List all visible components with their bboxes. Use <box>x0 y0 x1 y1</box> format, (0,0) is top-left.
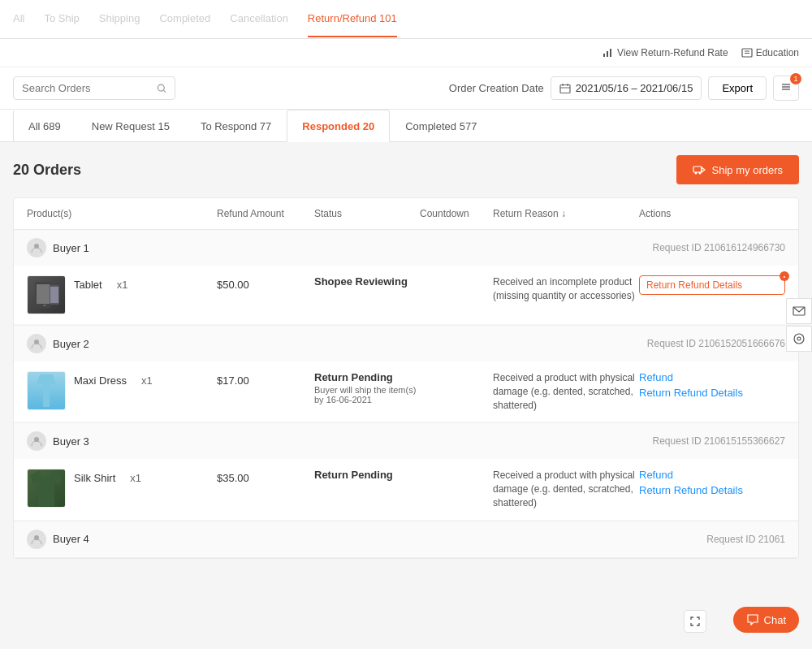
calendar-icon <box>559 83 571 94</box>
col-countdown: Countdown <box>420 208 493 219</box>
nav-item-shipping[interactable]: Shipping <box>99 1 140 37</box>
settings-float-icon[interactable] <box>786 326 812 352</box>
search-input[interactable] <box>22 82 150 94</box>
orders-header: 20 Orders Ship my orders <box>13 155 799 184</box>
buyer-3-info: Buyer 3 <box>27 431 89 451</box>
tab-completed[interactable]: Completed 577 <box>390 110 492 142</box>
action-dot-1: • <box>780 271 789 281</box>
product-name-3: Silk Shirt <box>74 469 115 484</box>
svg-point-6 <box>158 84 164 91</box>
buyer-2-name: Buyer 2 <box>53 338 89 350</box>
user-icon-3 <box>31 435 42 447</box>
col-status: Status <box>314 208 420 219</box>
filter-tabs: All 689 New Request 15 To Respond 77 Res… <box>0 110 812 142</box>
product-image-dress <box>27 371 66 410</box>
refund-amount-1: $50.00 <box>217 275 314 291</box>
svg-rect-8 <box>560 84 570 93</box>
dress-svg <box>33 371 59 410</box>
status-cell-2: Return Pending Buyer will ship the item(… <box>314 371 420 405</box>
return-refund-details-link-2[interactable]: Return Refund Details <box>639 387 785 399</box>
svg-rect-2 <box>610 49 611 57</box>
education-link[interactable]: Education <box>741 47 799 58</box>
svg-rect-22 <box>43 305 46 306</box>
orders-count-title: 20 Orders <box>13 162 81 179</box>
buyer-4-info: Buyer 4 <box>27 530 89 549</box>
return-refund-details-link-3[interactable]: Return Refund Details <box>639 484 785 496</box>
toolbar: View Return-Refund Rate Education <box>0 39 812 67</box>
buyer-row-3: Buyer 3 Request ID 210615155366627 Silk … <box>14 423 798 521</box>
svg-point-32 <box>797 337 801 340</box>
date-value: 2021/05/16 – 2021/06/15 <box>576 82 693 94</box>
buyer-2-request-id: Request ID 2106152051666676 <box>647 338 785 349</box>
status-text-1: Shopee Reviewing <box>314 275 420 288</box>
svg-rect-15 <box>693 167 702 172</box>
svg-marker-28 <box>30 470 63 506</box>
floating-sidebar <box>786 298 812 352</box>
tab-new-request[interactable]: New Request 15 <box>76 110 185 142</box>
product-cell-3: Silk Shirt x1 <box>27 469 217 508</box>
col-actions: Actions <box>639 208 785 219</box>
buyer-2-info: Buyer 2 <box>27 334 89 353</box>
date-label: Order Creation Date <box>449 82 544 94</box>
refund-link-2[interactable]: Refund <box>639 371 785 383</box>
svg-rect-21 <box>37 284 50 304</box>
tab-responded[interactable]: Responded 20 <box>287 110 390 142</box>
date-filter-section: Order Creation Date 2021/05/16 – 2021/06… <box>449 76 799 101</box>
buyer-4-header: Buyer 4 Request ID 21061 <box>14 521 798 557</box>
product-cell-1: Tablet x1 <box>27 275 217 314</box>
export-button[interactable]: Export <box>708 76 767 100</box>
content-area: 20 Orders Ship my orders Product(s) Refu… <box>0 142 812 572</box>
nav-item-all[interactable]: All <box>13 1 24 37</box>
svg-marker-16 <box>702 167 705 172</box>
buyer-3-avatar <box>27 431 46 451</box>
actions-cell-1: Return Refund Details • <box>639 275 785 295</box>
view-rate-link[interactable]: View Return-Refund Rate <box>603 47 728 58</box>
buyer-row-4: Buyer 4 Request ID 21061 <box>14 521 798 558</box>
tab-all[interactable]: All 689 <box>13 110 76 142</box>
ship-icon <box>693 163 706 176</box>
nav-item-completed[interactable]: Completed <box>159 1 210 37</box>
nav-item-cancellation[interactable]: Cancellation <box>230 1 288 37</box>
buyer-1-avatar <box>27 238 46 257</box>
product-qty-1: x1 <box>117 275 128 291</box>
buyer-2-header: Buyer 2 Request ID 2106152051666676 <box>14 326 798 361</box>
orders-table: Product(s) Refund Amount Status Countdow… <box>13 197 799 559</box>
buyer-1-request-id: Request ID 210616124966730 <box>653 242 785 253</box>
menu-button[interactable]: 1 <box>773 76 799 101</box>
date-input[interactable]: 2021/05/16 – 2021/06/15 <box>551 76 702 100</box>
actions-cell-3: Refund Return Refund Details <box>639 469 785 496</box>
buyer-3-request-id: Request ID 210615155366627 <box>653 435 785 447</box>
buyer-1-header: Buyer 1 Request ID 210616124966730 <box>14 230 798 266</box>
col-return-reason: Return Reason ↓ <box>493 208 639 219</box>
product-image-shirt <box>27 469 66 508</box>
return-refund-details-btn-1[interactable]: Return Refund Details • <box>639 275 785 295</box>
product-qty-3: x1 <box>130 469 141 484</box>
nav-item-return-refund[interactable]: Return/Refund 101 <box>308 1 397 37</box>
message-float-icon[interactable] <box>786 298 812 324</box>
svg-marker-26 <box>37 374 56 407</box>
settings-circle-icon <box>793 332 806 345</box>
buyer-3-header: Buyer 3 Request ID 210615155366627 <box>14 423 798 459</box>
nav-item-to-ship[interactable]: To Ship <box>44 1 79 37</box>
user-icon-2 <box>31 338 42 349</box>
refund-link-3[interactable]: Refund <box>639 469 785 481</box>
buyer-1-name: Buyer 1 <box>53 242 89 254</box>
col-products: Product(s) <box>27 208 217 219</box>
tab-to-respond[interactable]: To Respond 77 <box>185 110 287 142</box>
chart-icon <box>603 47 614 58</box>
svg-line-7 <box>163 90 166 93</box>
col-refund: Refund Amount <box>217 208 314 219</box>
order-row-2: Maxi Dress x1 $17.00 Return Pending Buye… <box>14 361 798 422</box>
product-name-1: Tablet <box>74 275 102 291</box>
product-name-2: Maxi Dress <box>74 371 127 387</box>
search-bar: Order Creation Date 2021/05/16 – 2021/06… <box>0 67 812 110</box>
search-input-wrap[interactable] <box>13 76 175 100</box>
buyer-4-name: Buyer 4 <box>53 533 89 545</box>
svg-rect-0 <box>603 54 605 57</box>
return-reason-2: Received a product with physical damage … <box>493 371 639 412</box>
table-header: Product(s) Refund Amount Status Countdow… <box>14 198 798 230</box>
refund-amount-2: $17.00 <box>217 371 314 387</box>
top-navigation: All To Ship Shipping Completed Cancellat… <box>0 0 812 39</box>
user-icon-4 <box>31 534 42 545</box>
ship-orders-button[interactable]: Ship my orders <box>676 155 799 184</box>
